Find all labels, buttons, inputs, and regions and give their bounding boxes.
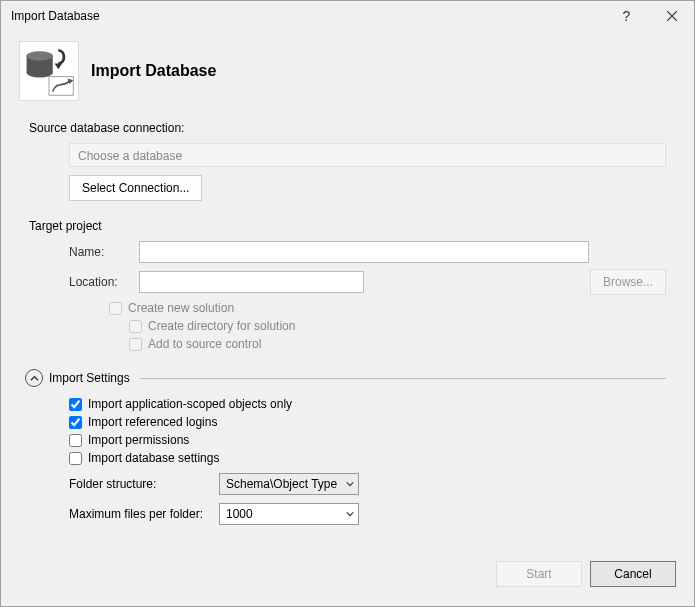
select-connection-button[interactable]: Select Connection...	[69, 175, 202, 201]
window-title: Import Database	[11, 9, 604, 23]
import-ref-logins-row[interactable]: Import referenced logins	[69, 415, 666, 429]
svg-point-4	[27, 68, 53, 77]
import-app-scoped-row[interactable]: Import application-scoped objects only	[69, 397, 666, 411]
target-name-label: Name:	[69, 245, 139, 259]
target-name-input[interactable]	[139, 241, 589, 263]
import-app-scoped-label: Import application-scoped objects only	[88, 397, 292, 411]
import-settings-title: Import Settings	[49, 371, 130, 385]
max-files-value: 1000	[226, 507, 253, 521]
max-files-label: Maximum files per folder:	[69, 507, 219, 521]
import-ref-logins-checkbox[interactable]	[69, 416, 82, 429]
dialog-header: Import Database	[1, 31, 694, 111]
import-db-settings-row[interactable]: Import database settings	[69, 451, 666, 465]
add-source-control-label: Add to source control	[148, 337, 261, 351]
import-ref-logins-label: Import referenced logins	[88, 415, 217, 429]
import-db-settings-checkbox[interactable]	[69, 452, 82, 465]
import-app-scoped-checkbox[interactable]	[69, 398, 82, 411]
separator-line	[140, 378, 666, 379]
source-database-display: Choose a database	[69, 143, 666, 167]
dialog-body: Source database connection: Choose a dat…	[1, 111, 694, 556]
add-source-control-checkbox[interactable]	[129, 338, 142, 351]
start-button[interactable]: Start	[496, 561, 582, 587]
folder-structure-label: Folder structure:	[69, 477, 219, 491]
target-location-label: Location:	[69, 275, 139, 289]
create-directory-checkbox[interactable]	[129, 320, 142, 333]
database-import-icon	[19, 41, 79, 101]
cancel-button[interactable]: Cancel	[590, 561, 676, 587]
svg-marker-6	[55, 64, 62, 70]
target-section-label: Target project	[29, 219, 666, 233]
import-settings-body: Import application-scoped objects only I…	[69, 397, 666, 525]
create-new-solution-label: Create new solution	[128, 301, 234, 315]
create-new-solution-row[interactable]: Create new solution	[109, 301, 666, 315]
close-icon	[667, 9, 677, 24]
dialog-footer: Start Cancel	[1, 556, 694, 606]
import-db-settings-label: Import database settings	[88, 451, 219, 465]
chevron-down-icon	[346, 477, 354, 491]
folder-structure-value: Schema\Object Type	[226, 477, 337, 491]
import-permissions-checkbox[interactable]	[69, 434, 82, 447]
create-directory-label: Create directory for solution	[148, 319, 295, 333]
source-section-label: Source database connection:	[29, 121, 666, 135]
dialog-title: Import Database	[91, 62, 216, 80]
import-permissions-label: Import permissions	[88, 433, 189, 447]
close-button[interactable]	[649, 1, 694, 31]
create-new-solution-checkbox[interactable]	[109, 302, 122, 315]
target-location-input[interactable]	[139, 271, 364, 293]
titlebar: Import Database ?	[1, 1, 694, 31]
svg-point-5	[27, 51, 53, 60]
chevron-up-icon	[25, 369, 43, 387]
max-files-combobox[interactable]: 1000	[219, 503, 359, 525]
browse-button[interactable]: Browse...	[590, 269, 666, 295]
help-button[interactable]: ?	[604, 1, 649, 31]
chevron-down-icon	[346, 507, 354, 521]
import-settings-header[interactable]: Import Settings	[25, 369, 666, 387]
create-directory-row[interactable]: Create directory for solution	[129, 319, 666, 333]
import-database-dialog: Import Database ? Import Database	[0, 0, 695, 607]
folder-structure-combobox[interactable]: Schema\Object Type	[219, 473, 359, 495]
add-source-control-row[interactable]: Add to source control	[129, 337, 666, 351]
import-permissions-row[interactable]: Import permissions	[69, 433, 666, 447]
